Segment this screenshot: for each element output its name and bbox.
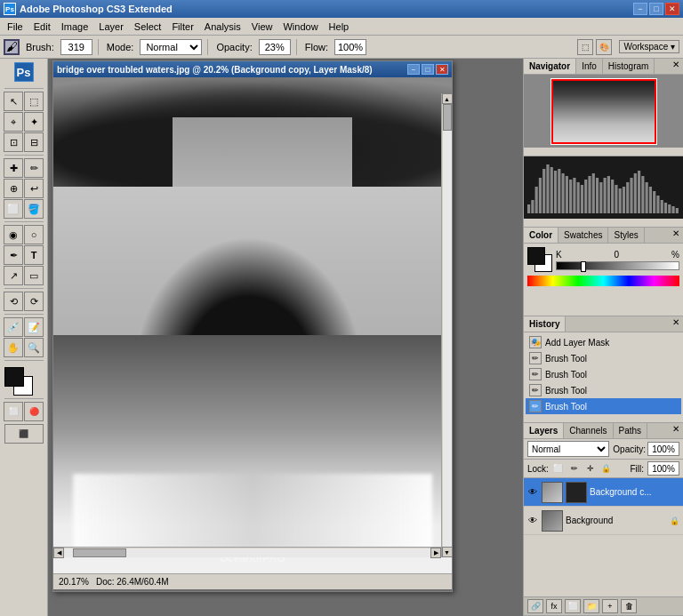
path-sel-btn[interactable]: ↗ <box>4 266 23 285</box>
history-item-0[interactable]: 🎭 Add Layer Mask <box>526 334 681 350</box>
tab-channels[interactable]: Channels <box>564 423 613 438</box>
horizontal-scrollbar[interactable]: ◀ ▶ <box>53 547 441 557</box>
note-btn[interactable]: 📝 <box>24 317 44 337</box>
scroll-up-btn[interactable]: ▲ <box>442 93 453 104</box>
document-canvas[interactable]: OceanofPKG ▲ ▼ ◀ ▶ <box>53 77 452 573</box>
scroll-track[interactable] <box>443 104 452 547</box>
scroll-down-btn[interactable]: ▼ <box>442 547 453 557</box>
layer-visibility-1[interactable]: 👁 <box>526 516 539 525</box>
marquee-tool-btn[interactable]: ⬚ <box>24 92 44 111</box>
add-style-btn[interactable]: fx <box>546 599 562 613</box>
layer-visibility-0[interactable]: 👁 <box>526 487 539 497</box>
top-panel-close[interactable]: ✕ <box>669 59 683 74</box>
text-btn[interactable]: T <box>24 245 44 265</box>
opacity-input[interactable] <box>259 39 291 55</box>
scroll-thumb[interactable] <box>443 104 452 131</box>
history-item-3[interactable]: ✏ Brush Tool <box>526 382 681 398</box>
magic-wand-btn[interactable]: ✦ <box>24 112 44 132</box>
tab-styles[interactable]: Styles <box>608 228 644 243</box>
layers-opacity-input[interactable] <box>647 442 679 456</box>
foreground-color-swatch[interactable] <box>4 367 24 387</box>
lasso-tool-btn[interactable]: ⌖ <box>4 112 23 132</box>
tab-info[interactable]: Info <box>576 59 603 74</box>
color-slider-thumb[interactable] <box>581 261 586 272</box>
zoom-btn[interactable]: 🔍 <box>24 338 44 357</box>
lock-position-icon[interactable]: ✛ <box>584 462 597 475</box>
tool-icon-1[interactable]: ⬚ <box>577 39 593 55</box>
shape-btn[interactable]: ▭ <box>24 266 44 285</box>
minimize-button[interactable]: − <box>633 3 647 15</box>
tab-color[interactable]: Color <box>524 228 558 243</box>
blur-btn[interactable]: ◉ <box>4 225 23 244</box>
healing-tool-btn[interactable]: ✚ <box>4 158 23 178</box>
eraser-btn[interactable]: ⬜ <box>4 199 23 219</box>
history-item-1[interactable]: ✏ Brush Tool <box>526 350 681 366</box>
brush-size-input[interactable] <box>60 39 92 55</box>
3d-rotate-btn[interactable]: ⟲ <box>4 292 23 311</box>
menu-help[interactable]: Help <box>324 20 355 34</box>
tab-histogram[interactable]: Histogram <box>603 59 655 74</box>
menu-select[interactable]: Select <box>129 20 167 34</box>
lock-transparent-icon[interactable]: ⬜ <box>552 462 565 475</box>
brush-tool-icon[interactable]: 🖌 <box>4 39 20 55</box>
color-panel-close[interactable]: ✕ <box>669 228 683 243</box>
workspace-button[interactable]: Workspace ▾ <box>619 40 679 53</box>
paint-bucket-btn[interactable]: 🪣 <box>24 199 44 219</box>
menu-view[interactable]: View <box>246 20 278 34</box>
add-mask-btn[interactable]: ⬜ <box>565 599 581 613</box>
layers-panel-close[interactable]: ✕ <box>669 423 683 438</box>
scroll-right-btn[interactable]: ▶ <box>430 548 441 558</box>
hscroll-thumb[interactable] <box>73 548 126 557</box>
hand-btn[interactable]: ✋ <box>4 338 23 357</box>
menu-filter[interactable]: Filter <box>166 20 198 34</box>
link-layers-btn[interactable]: 🔗 <box>527 599 543 613</box>
tab-paths[interactable]: Paths <box>614 423 648 438</box>
tool-icon-2[interactable]: 🎨 <box>596 39 612 55</box>
brush-btn[interactable]: ✏ <box>24 158 44 178</box>
history-btn[interactable]: ↩ <box>24 179 44 198</box>
pen-btn[interactable]: ✒ <box>4 245 23 265</box>
blend-mode-select[interactable]: Normal Multiply Screen <box>140 39 202 55</box>
layer-item-0[interactable]: 👁 Background c... <box>524 478 683 507</box>
quickmask-btn[interactable]: 🔴 <box>24 402 44 421</box>
lock-pixels-icon[interactable]: ✏ <box>568 462 581 475</box>
move-tool-btn[interactable]: ↖ <box>4 92 23 111</box>
doc-close-btn[interactable]: ✕ <box>436 64 448 75</box>
delete-layer-btn[interactable]: 🗑 <box>621 599 637 613</box>
close-button[interactable]: ✕ <box>665 3 679 15</box>
crop-tool-btn[interactable]: ⊡ <box>4 132 23 152</box>
maximize-button[interactable]: □ <box>649 3 663 15</box>
eyedropper-btn[interactable]: 💉 <box>4 317 23 337</box>
fg-bg-color[interactable] <box>4 367 33 396</box>
dodge-btn[interactable]: ○ <box>24 225 44 244</box>
scroll-left-btn[interactable]: ◀ <box>53 548 64 558</box>
layers-fill-input[interactable] <box>647 461 679 476</box>
layer-item-1[interactable]: 👁 Background 🔒 <box>524 507 683 535</box>
window-controls[interactable]: − □ ✕ <box>633 3 679 15</box>
menu-layer[interactable]: Layer <box>93 20 129 34</box>
tab-layers[interactable]: Layers <box>524 423 564 438</box>
color-spectrum-bar[interactable] <box>527 276 679 286</box>
history-panel-close[interactable]: ✕ <box>669 316 683 332</box>
tab-swatches[interactable]: Swatches <box>558 228 608 243</box>
standard-mode-btn[interactable]: ⬜ <box>4 402 23 421</box>
hscroll-track[interactable] <box>64 548 430 557</box>
lock-all-icon[interactable]: 🔒 <box>600 462 613 475</box>
tab-history[interactable]: History <box>524 316 566 332</box>
color-fg-bg[interactable] <box>527 247 552 272</box>
new-layer-btn[interactable]: + <box>602 599 618 613</box>
doc-maximize-btn[interactable]: □ <box>422 64 434 75</box>
tab-navigator[interactable]: Navigator <box>524 59 576 74</box>
history-item-2[interactable]: ✏ Brush Tool <box>526 366 681 382</box>
menu-window[interactable]: Window <box>277 20 323 34</box>
layer-blend-select[interactable]: Normal Multiply <box>527 441 609 457</box>
flow-input[interactable] <box>334 39 366 55</box>
menu-image[interactable]: Image <box>56 20 94 34</box>
3d-pan-btn[interactable]: ⟳ <box>24 292 44 311</box>
new-group-btn[interactable]: 📁 <box>583 599 599 613</box>
screen-mode-btn[interactable]: ⬛ <box>4 424 44 444</box>
menu-file[interactable]: File <box>2 20 28 34</box>
doc-window-controls[interactable]: − □ ✕ <box>407 64 448 75</box>
color-k-slider[interactable] <box>556 261 679 270</box>
slice-tool-btn[interactable]: ⊟ <box>24 132 44 152</box>
